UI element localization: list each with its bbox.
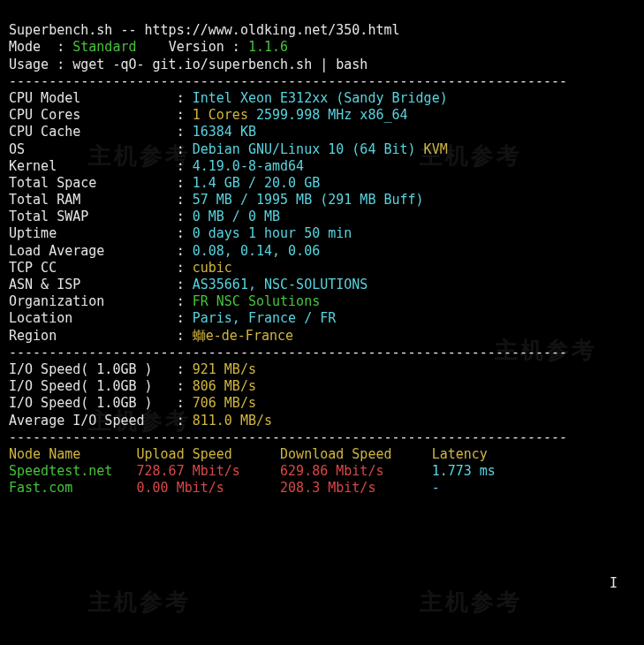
mode-label: Mode : <box>9 39 72 55</box>
virt: KVM <box>416 141 448 157</box>
divider: ----------------------------------------… <box>9 429 567 445</box>
reg: 螄e-de-France <box>193 328 293 344</box>
divider: ----------------------------------------… <box>9 73 567 89</box>
watermark-text: 主机参考 <box>88 588 191 617</box>
divider: ----------------------------------------… <box>9 345 567 360</box>
io2: 806 MB/s <box>193 378 256 394</box>
mode-value: Standard <box>72 39 136 55</box>
io1: 921 MB/s <box>193 361 256 377</box>
ram: 57 MB / 1995 MB (291 MB Buff) <box>193 192 424 208</box>
cpu-cores-freq: 2599.998 MHz x86_64 <box>248 107 408 123</box>
row0-dn: 629.86 Mbit/s <box>280 463 383 479</box>
text-cursor: I <box>610 575 617 592</box>
asn: AS35661, NSC-SOLUTIONS <box>193 277 368 292</box>
io-avg: 811.0 MB/s <box>193 413 272 429</box>
swap: 0 MB / 0 MB <box>193 209 280 224</box>
header-line: Superbench.sh -- https://www.oldking.net… <box>9 22 400 38</box>
os: Debian GNU/Linux 10 (64 Bit) <box>193 141 416 157</box>
label-cpu-model: CPU Model <box>9 90 80 106</box>
version-label: Version : <box>169 39 248 55</box>
kernel: 4.19.0-8-amd64 <box>193 158 304 174</box>
space: 1.4 GB / 20.0 GB <box>193 175 321 191</box>
cpu-cache: 16384 KB <box>193 124 256 140</box>
label-kernel: Kernel <box>9 158 57 174</box>
label-load: Load Average <box>9 243 104 259</box>
label-tcp: TCP CC <box>9 260 57 276</box>
label-io2: I/O Speed( 1.0GB ) <box>9 378 153 394</box>
head-node: Node Name <box>9 446 80 462</box>
usage-line: Usage : wget -qO- git.io/superbench.sh |… <box>9 57 367 72</box>
label-loc: Location <box>9 310 72 326</box>
row0-lat: 1.773 ms <box>432 463 496 479</box>
row0-up: 728.67 Mbit/s <box>137 463 240 479</box>
row1-lat: - <box>432 480 440 496</box>
label-reg: Region <box>9 328 57 344</box>
label-io-avg: Average I/O Speed <box>9 413 145 429</box>
tcp: cubic <box>193 260 232 276</box>
cpu-cores-count: 1 Cores <box>193 107 248 123</box>
watermark-text: 主机参考 <box>88 141 191 171</box>
watermark-text: 主机参考 <box>420 588 522 617</box>
label-org: Organization <box>9 293 104 309</box>
io3: 706 MB/s <box>193 395 256 411</box>
row0-name: Speedtest.net <box>9 463 112 479</box>
label-cpu-cores: CPU Cores <box>9 107 80 123</box>
label-os: OS <box>9 141 25 157</box>
label-space: Total Space <box>9 175 96 191</box>
row1-dn: 208.3 Mbit/s <box>280 480 375 496</box>
org: FR NSC Solutions <box>193 293 321 309</box>
version-value: 1.1.6 <box>248 39 288 55</box>
terminal-output: Superbench.sh -- https://www.oldking.net… <box>0 0 644 645</box>
label-uptime: Uptime <box>9 225 57 241</box>
row1-up: 0.00 Mbit/s <box>137 480 224 496</box>
label-ram: Total RAM <box>9 192 80 208</box>
label-cpu-cache: CPU Cache <box>9 124 80 140</box>
load: 0.08, 0.14, 0.06 <box>193 243 321 259</box>
label-asn: ASN & ISP <box>9 277 80 292</box>
head-lat: Latency <box>432 446 488 462</box>
row1-name: Fast.com <box>9 480 72 496</box>
head-up: Upload Speed <box>137 446 232 462</box>
label-swap: Total SWAP <box>9 209 88 224</box>
label-io1: I/O Speed( 1.0GB ) <box>9 361 153 377</box>
cpu-model: Intel Xeon E312xx (Sandy Bridge) <box>193 90 448 106</box>
uptime: 0 days 1 hour 50 min <box>193 225 352 241</box>
head-dn: Download Speed <box>280 446 391 462</box>
label-io3: I/O Speed( 1.0GB ) <box>9 395 153 411</box>
loc: Paris, France / FR <box>193 310 337 326</box>
